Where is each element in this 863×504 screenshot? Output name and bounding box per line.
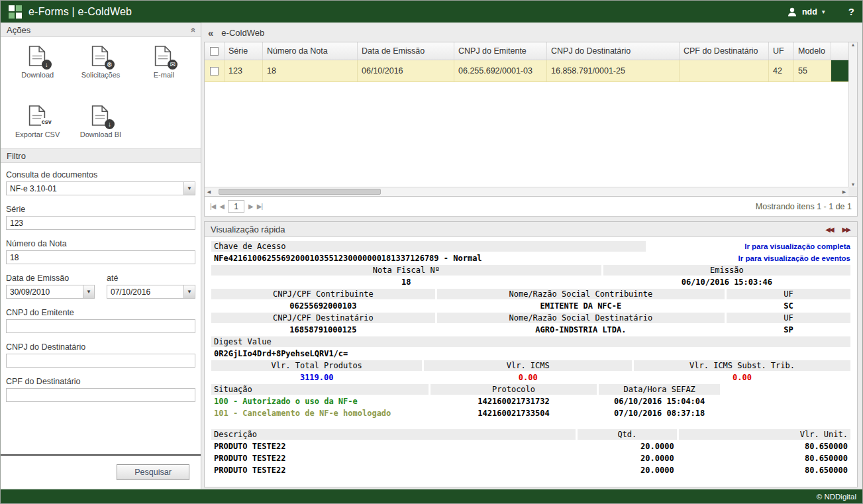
scroll-down-icon[interactable]: ▼ <box>851 182 856 187</box>
sefaz-value: 07/10/2016 08:37:18 <box>599 408 720 419</box>
action-label: E-mail <box>154 71 174 79</box>
app-window: e-Forms | e-ColdWeb ndd ▾ ? Ações » ↓ <box>1 1 862 503</box>
nome-contribuinte-label: Nome/Razão Social Contribuinte <box>437 289 725 299</box>
dropdown-arrow-icon[interactable]: ▼ <box>183 182 195 195</box>
col-serie[interactable]: Série <box>225 42 263 60</box>
action-label: Exportar CSV <box>15 130 60 138</box>
first-page-button[interactable]: |◀ <box>210 203 215 210</box>
export-csv-icon: csv <box>28 105 48 127</box>
product-row: PRODUTO TESTE22 20.0000 80.650000 <box>211 441 850 452</box>
cell-cpf-destinatario <box>680 60 769 81</box>
cell-serie: 123 <box>225 60 263 81</box>
protocolo-value: 142160021733504 <box>431 408 597 419</box>
nome-contribuinte-value: EMITENTE DA NFC-E <box>437 301 725 311</box>
quickview-prev-icon[interactable]: ◀◀ <box>825 226 834 233</box>
horizontal-scroll-thumb[interactable] <box>219 189 381 195</box>
scroll-up-icon[interactable]: ▲ <box>851 42 856 47</box>
solicitacoes-button[interactable]: ⚙ Solicitações <box>69 46 132 89</box>
consulta-documentos-select[interactable] <box>6 181 195 195</box>
data-emissao-de-input[interactable] <box>6 285 95 299</box>
vertical-scrollbar[interactable]: ▲ ▼ <box>848 42 857 187</box>
action-label: Solicitações <box>81 71 121 79</box>
paging-toolbar: |◀ ◀ 1 ▶ ▶| Mostrando itens 1 - 1 de 1 <box>204 197 858 217</box>
quickview-panel: Visualização rápida ◀◀ ▶▶ Chave de Acess… <box>204 221 858 487</box>
protocolo-value: 142160021731732 <box>431 396 597 407</box>
vlr-icms-label: Vlr. ICMS <box>424 360 632 371</box>
nddigital-logo-icon <box>9 5 22 19</box>
col-numero-nota[interactable]: Número da Nota <box>263 42 358 60</box>
chave-acesso-value: NFe4216100625569200010355123000000018133… <box>211 253 646 264</box>
tab-ecoldweb[interactable]: e-ColdWeb <box>221 28 264 38</box>
dropdown-arrow-icon[interactable]: ▼ <box>83 285 94 298</box>
col-uf[interactable]: UF <box>769 42 794 60</box>
ate-label: até <box>107 274 195 283</box>
email-button[interactable]: ✉ E-mail <box>132 46 195 89</box>
prev-page-button[interactable]: ◀ <box>219 203 224 210</box>
actions-panel-header: Ações » <box>1 23 201 37</box>
cell-data-emissao: 06/10/2016 <box>358 60 454 81</box>
col-cnpj-destinatario[interactable]: CNPJ do Destinatário <box>547 42 680 60</box>
col-cpf-destinatario[interactable]: CPF do Destinatário <box>680 42 769 60</box>
cnpj-contribuinte-value: 06255692000103 <box>211 301 435 311</box>
link-visualizacao-eventos[interactable]: Ir para visualização de eventos <box>738 254 850 262</box>
download-badge-icon: ↓ <box>105 119 115 129</box>
pesquisar-button[interactable]: Pesquisar <box>117 464 189 480</box>
cell-cnpj-destinatario: 16.858.791/0001-25 <box>547 60 680 81</box>
produto-vlr-unit: 80.650000 <box>679 465 850 476</box>
filter-panel-title: Filtro <box>7 151 26 161</box>
row-checkbox[interactable] <box>210 67 219 76</box>
dropdown-arrow-icon[interactable]: ▼ <box>183 285 195 298</box>
horizontal-scrollbar[interactable]: ◀ ▶ <box>205 187 848 196</box>
table-row[interactable]: 123 18 06/10/2016 06.255.692/0001-03 16.… <box>205 60 857 82</box>
help-button[interactable]: ? <box>848 6 854 17</box>
action-label: Download BI <box>80 130 121 138</box>
col-data-emissao[interactable]: Data de Emissão <box>358 42 454 60</box>
cpf-destinatario-input[interactable] <box>6 388 195 402</box>
vlr-unit-label: Vlr. Unit. <box>679 429 850 440</box>
download-bi-button[interactable]: ↓ Download BI <box>69 105 132 149</box>
produto-descricao: PRODUTO TESTE22 <box>211 453 576 464</box>
emissao-label: Emissão <box>603 265 850 276</box>
nota-fiscal-value: 18 <box>211 277 601 287</box>
vlr-total-label: Vlr. Total Produtos <box>211 360 422 371</box>
last-page-button[interactable]: ▶| <box>257 203 262 210</box>
collapse-sidebar-icon[interactable]: « <box>208 27 213 38</box>
footer-bar: © NDDigital <box>1 489 862 503</box>
scroll-right-icon[interactable]: ▶ <box>840 189 848 195</box>
exportar-csv-button[interactable]: csv Exportar CSV <box>6 105 69 149</box>
user-menu[interactable]: ndd <box>802 7 817 17</box>
collapse-panel-icon[interactable]: » <box>187 27 197 32</box>
sefaz-label: Data/Hora SEFAZ <box>599 384 720 395</box>
product-row: PRODUTO TESTE22 20.0000 80.650000 <box>211 453 850 464</box>
produto-vlr-unit: 80.650000 <box>679 441 850 452</box>
download-button[interactable]: ↓ Download <box>6 46 69 89</box>
produto-qtd: 20.0000 <box>578 465 677 476</box>
chevron-down-icon[interactable]: ▾ <box>822 8 825 15</box>
cell-uf: 42 <box>769 60 794 81</box>
action-label: Download <box>21 71 54 79</box>
data-emissao-label: Data de Emissão <box>6 274 95 283</box>
serie-input[interactable] <box>6 216 195 230</box>
protocolo-label: Protocolo <box>431 384 597 395</box>
page-number-input[interactable]: 1 <box>228 200 244 213</box>
cnpj-destinatario-input[interactable] <box>6 354 195 368</box>
download-badge-icon: ↓ <box>42 60 52 70</box>
scrollbar-corner <box>848 187 857 196</box>
filter-panel-header: Filtro <box>1 148 201 163</box>
email-icon: ✉ <box>154 46 174 68</box>
select-all-checkbox[interactable] <box>210 47 219 56</box>
scroll-left-icon[interactable]: ◀ <box>205 189 213 195</box>
quickview-next-icon[interactable]: ▶▶ <box>842 226 851 233</box>
numero-nota-input[interactable] <box>6 250 195 264</box>
next-page-button[interactable]: ▶ <box>248 203 253 210</box>
link-visualizacao-completa[interactable]: Ir para visualização completa <box>744 242 850 250</box>
actions-panel-title: Ações <box>7 25 30 35</box>
data-emissao-ate-input[interactable] <box>107 285 195 299</box>
results-grid: Série Número da Nota Data de Emissão CNP… <box>204 42 858 197</box>
uf-label: UF <box>727 313 850 323</box>
col-cnpj-emitente[interactable]: CNPJ do Emitente <box>454 42 547 60</box>
uf-label: UF <box>727 289 850 299</box>
col-modelo[interactable]: Modelo <box>794 42 831 60</box>
app-title: e-Forms | e-ColdWeb <box>28 6 132 18</box>
cnpj-emitente-input[interactable] <box>6 319 195 333</box>
